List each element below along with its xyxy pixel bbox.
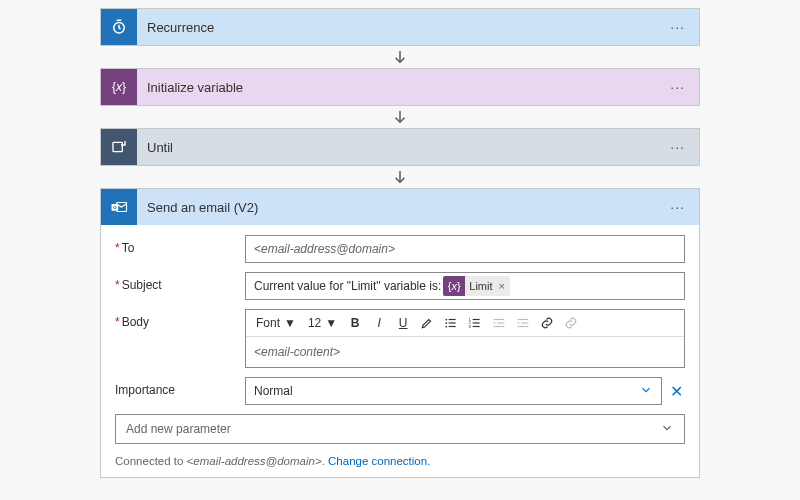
svg-rect-16 — [473, 326, 480, 327]
step-recurrence-title: Recurrence — [137, 20, 666, 35]
arrow-icon — [391, 168, 409, 186]
field-row-to: To <email-address@domain> — [115, 235, 685, 263]
svg-text:o: o — [113, 204, 117, 210]
body-input[interactable]: <email-content> — [246, 337, 684, 367]
size-select[interactable]: 12 ▼ — [304, 315, 341, 331]
step-recurrence: Recurrence ··· — [100, 8, 700, 46]
label-subject: Subject — [115, 272, 235, 292]
link-icon[interactable] — [537, 313, 557, 333]
step-until-title: Until — [137, 140, 666, 155]
svg-rect-14 — [473, 322, 480, 323]
more-icon[interactable]: ··· — [666, 195, 689, 219]
chevron-down-icon — [660, 421, 674, 438]
subject-token: {x} Limit × — [443, 276, 510, 296]
step-recurrence-header[interactable]: Recurrence ··· — [101, 9, 699, 45]
step-send-email: o Send an email (V2) ··· To <email-addre… — [100, 188, 700, 478]
footer-connection: <email-address@domain> — [187, 455, 322, 467]
variable-token-icon: {x} — [443, 276, 465, 296]
outdent-icon[interactable] — [489, 313, 509, 333]
svg-rect-18 — [497, 322, 504, 323]
change-connection-link[interactable]: Change connection. — [328, 455, 430, 467]
svg-rect-12 — [473, 319, 480, 320]
step-sendemail-header[interactable]: o Send an email (V2) ··· — [101, 189, 699, 225]
outlook-icon: o — [101, 189, 137, 225]
variable-icon: {x} — [101, 69, 137, 105]
arrow-icon — [391, 48, 409, 66]
remove-parameter-icon[interactable]: ✕ — [662, 382, 685, 401]
field-row-importance: Importance Normal ✕ — [115, 377, 685, 405]
flow-canvas: Recurrence ··· {x} Initialize variable ·… — [16, 8, 784, 478]
label-importance: Importance — [115, 377, 235, 397]
field-row-body: Body Font ▼ 12 ▼ B — [115, 309, 685, 368]
step-until-header[interactable]: Until ··· — [101, 129, 699, 165]
token-label: Limit — [465, 280, 496, 292]
svg-rect-17 — [494, 319, 505, 320]
step-initvar-title: Initialize variable — [137, 80, 666, 95]
step-sendemail-title: Send an email (V2) — [137, 200, 666, 215]
subject-input[interactable]: Current value for "Limit" variable is: {… — [245, 272, 685, 300]
body-placeholder: <email-content> — [254, 345, 340, 359]
step-initvar-header[interactable]: {x} Initialize variable ··· — [101, 69, 699, 105]
unlink-icon[interactable] — [561, 313, 581, 333]
chevron-down-icon: ▼ — [325, 316, 337, 330]
bold-icon[interactable]: B — [345, 313, 365, 333]
number-list-icon[interactable]: 123 — [465, 313, 485, 333]
importance-select[interactable]: Normal — [245, 377, 662, 405]
svg-point-5 — [446, 319, 448, 321]
svg-point-9 — [446, 326, 448, 328]
add-parameter-label: Add new parameter — [126, 422, 231, 436]
step-until: Until ··· — [100, 128, 700, 166]
svg-text:3: 3 — [469, 324, 472, 329]
svg-rect-6 — [449, 319, 456, 320]
chevron-down-icon — [639, 383, 653, 400]
svg-rect-1 — [113, 142, 122, 151]
rte-toolbar: Font ▼ 12 ▼ B I U — [246, 310, 684, 337]
more-icon[interactable]: ··· — [666, 75, 689, 99]
footer-prefix: Connected to — [115, 455, 187, 467]
font-select[interactable]: Font ▼ — [252, 315, 300, 331]
label-body: Body — [115, 309, 235, 329]
loop-icon — [101, 129, 137, 165]
svg-rect-20 — [518, 319, 529, 320]
ink-icon[interactable] — [417, 313, 437, 333]
svg-rect-8 — [449, 322, 456, 323]
to-input[interactable]: <email-address@domain> — [245, 235, 685, 263]
to-placeholder: <email-address@domain> — [254, 242, 395, 256]
italic-icon[interactable]: I — [369, 313, 389, 333]
font-label: Font — [256, 316, 280, 330]
svg-rect-10 — [449, 326, 456, 327]
step-initialize-variable: {x} Initialize variable ··· — [100, 68, 700, 106]
token-remove-icon[interactable]: × — [497, 280, 510, 292]
add-parameter-select[interactable]: Add new parameter — [115, 414, 685, 444]
svg-rect-21 — [521, 322, 528, 323]
more-icon[interactable]: ··· — [666, 15, 689, 39]
chevron-down-icon: ▼ — [284, 316, 296, 330]
more-icon[interactable]: ··· — [666, 135, 689, 159]
svg-point-7 — [446, 322, 448, 324]
field-row-subject: Subject Current value for "Limit" variab… — [115, 272, 685, 300]
clock-icon — [101, 9, 137, 45]
size-label: 12 — [308, 316, 321, 330]
bullet-list-icon[interactable] — [441, 313, 461, 333]
svg-rect-19 — [494, 326, 505, 327]
subject-text: Current value for "Limit" variable is: — [254, 279, 441, 293]
label-to: To — [115, 235, 235, 255]
svg-rect-22 — [518, 326, 529, 327]
importance-value: Normal — [254, 384, 293, 398]
step-sendemail-body: To <email-address@domain> Subject Curren… — [101, 225, 699, 477]
arrow-icon — [391, 108, 409, 126]
indent-icon[interactable] — [513, 313, 533, 333]
underline-icon[interactable]: U — [393, 313, 413, 333]
body-editor: Font ▼ 12 ▼ B I U — [245, 309, 685, 368]
connection-footer: Connected to <email-address@domain>. Cha… — [115, 455, 685, 467]
